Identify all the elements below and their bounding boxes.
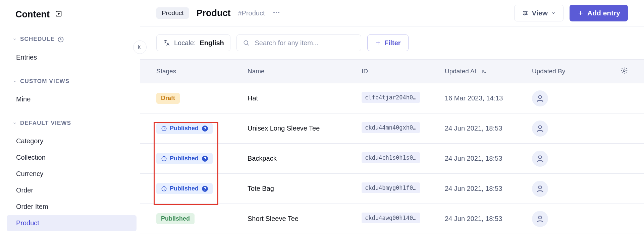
stage-badge: Draft <box>156 93 180 104</box>
table-settings-button[interactable] <box>621 67 628 76</box>
table-header: Stages Name ID Updated At Updated By <box>140 59 644 83</box>
sidebar-section-title: CUSTOM VIEWS <box>20 78 69 85</box>
topbar: Product Product #Product View Add entry <box>140 0 644 26</box>
sidebar-item-mine[interactable]: Mine <box>7 91 137 107</box>
row-updated-at: 16 Mar 2023, 14:13 <box>445 94 532 102</box>
table-row[interactable]: Published?Tote Bagckdu4bmyg0h1f0…24 Jun … <box>140 174 644 204</box>
svg-point-9 <box>539 95 542 98</box>
sidebar-section-custom: CUSTOM VIEWSMine <box>0 75 140 107</box>
row-id: clfb4tjar204h0… <box>362 92 420 103</box>
sidebar-section-title: DEFAULT VIEWS <box>20 120 71 127</box>
avatar <box>532 121 548 137</box>
sidebar-section-title: SCHEDULE <box>20 36 64 43</box>
gear-icon <box>621 67 628 74</box>
sliders-icon <box>522 10 529 16</box>
stage-badge: Published? <box>156 123 213 134</box>
info-icon: ? <box>202 186 208 192</box>
row-id: ckdu4bmyg0h1f0… <box>362 182 420 193</box>
svg-point-4 <box>524 11 525 12</box>
view-button[interactable]: View <box>514 5 564 21</box>
new-content-icon[interactable] <box>55 10 62 19</box>
chevron-down-icon <box>551 11 556 15</box>
col-updated-by[interactable]: Updated By <box>532 68 608 75</box>
sidebar-section-header[interactable]: CUSTOM VIEWS <box>7 75 140 87</box>
topbar-left: Product Product #Product <box>156 7 280 19</box>
locale-icon <box>163 39 170 47</box>
row-updated-at: 24 Jun 2021, 18:53 <box>445 185 532 192</box>
row-id: ckdu4ch1s0h1s0… <box>362 152 420 163</box>
row-updated-at: 24 Jun 2021, 18:53 <box>445 155 532 162</box>
table-row[interactable]: Published?Backpackckdu4ch1s0h1s0…24 Jun … <box>140 144 644 174</box>
table-row[interactable]: PublishedShort Sleeve Teeckdu4awq00h140…… <box>140 204 644 234</box>
locale-label: Locale: <box>174 39 196 47</box>
svg-point-3 <box>278 12 279 13</box>
col-stages[interactable]: Stages <box>156 68 248 75</box>
sidebar-section-header[interactable]: SCHEDULE <box>7 33 140 46</box>
svg-point-13 <box>539 156 542 159</box>
filterbar: Locale: English Filter <box>140 26 644 59</box>
row-name: Unisex Long Sleeve Tee <box>248 125 362 132</box>
locale-value: English <box>200 39 224 47</box>
sidebar-header: Content <box>0 9 140 20</box>
main: Product Product #Product View Add entry … <box>140 0 644 237</box>
sidebar-section-schedule: SCHEDULEEntries <box>0 33 140 65</box>
svg-point-11 <box>539 126 542 129</box>
stage-badge: Published? <box>156 183 213 194</box>
plus-icon <box>375 40 381 46</box>
svg-point-16 <box>539 216 542 219</box>
add-entry-label: Add entry <box>587 9 620 17</box>
model-chip[interactable]: Product <box>156 7 189 19</box>
filter-button[interactable]: Filter <box>367 34 409 51</box>
user-icon <box>536 154 544 163</box>
row-name: Tote Bag <box>248 185 362 192</box>
sidebar-item-order-item[interactable]: Order Item <box>7 199 137 215</box>
user-icon <box>536 124 544 133</box>
avatar <box>532 211 548 227</box>
sidebar-item-product[interactable]: Product <box>7 215 137 231</box>
info-icon: ? <box>202 156 208 162</box>
sidebar-item-currency[interactable]: Currency <box>7 166 137 182</box>
clock-icon <box>161 186 167 192</box>
plus-icon <box>577 10 584 16</box>
sidebar: Content SCHEDULEEntriesCUSTOM VIEWSMineD… <box>0 0 140 237</box>
row-id: ckdu44mn40gxh0… <box>362 122 420 133</box>
table-row[interactable]: Published?Unisex Long Sleeve Teeckdu44mn… <box>140 113 644 144</box>
sidebar-item-entries[interactable]: Entries <box>7 50 137 65</box>
view-button-label: View <box>532 9 548 17</box>
user-icon <box>536 184 544 193</box>
sidebar-item-collection[interactable]: Collection <box>7 150 137 165</box>
table-row[interactable]: DraftHatclfb4tjar204h0…16 Mar 2023, 14:1… <box>140 83 644 113</box>
stage-badge: Published? <box>156 153 213 164</box>
sidebar-section-header[interactable]: DEFAULT VIEWS <box>7 117 140 129</box>
locale-selector[interactable]: Locale: English <box>156 34 230 51</box>
col-name[interactable]: Name <box>248 68 362 75</box>
add-entry-button[interactable]: Add entry <box>570 5 628 21</box>
row-updated-at: 24 Jun 2021, 18:53 <box>445 125 532 132</box>
avatar <box>532 151 548 167</box>
sidebar-item-order[interactable]: Order <box>7 182 137 198</box>
row-name: Backpack <box>248 155 362 162</box>
search-box[interactable] <box>236 34 361 51</box>
chevron-down-icon <box>13 121 17 125</box>
search-input[interactable] <box>254 39 355 47</box>
info-icon: ? <box>202 126 208 132</box>
sidebar-item-category[interactable]: Category <box>7 133 137 149</box>
more-icon[interactable] <box>272 8 280 18</box>
user-icon <box>536 94 544 103</box>
filter-button-label: Filter <box>384 39 401 47</box>
row-id: ckdu4awq00h140… <box>362 213 420 223</box>
topbar-right: View Add entry <box>514 5 628 21</box>
stage-badge: Published <box>156 213 195 224</box>
entries-table: Stages Name ID Updated At Updated By Dra… <box>140 59 644 234</box>
sidebar-section-default: DEFAULT VIEWSCategoryCollectionCurrencyO… <box>0 117 140 231</box>
avatar <box>532 181 548 197</box>
page-subtitle: #Product <box>238 9 265 17</box>
row-name: Short Sleeve Tee <box>248 215 362 223</box>
svg-point-7 <box>244 41 248 45</box>
svg-point-6 <box>524 14 525 15</box>
col-id[interactable]: ID <box>362 68 445 75</box>
col-updated-at[interactable]: Updated At <box>445 68 532 75</box>
svg-point-2 <box>276 12 277 13</box>
avatar <box>532 90 548 106</box>
svg-point-5 <box>526 12 527 13</box>
